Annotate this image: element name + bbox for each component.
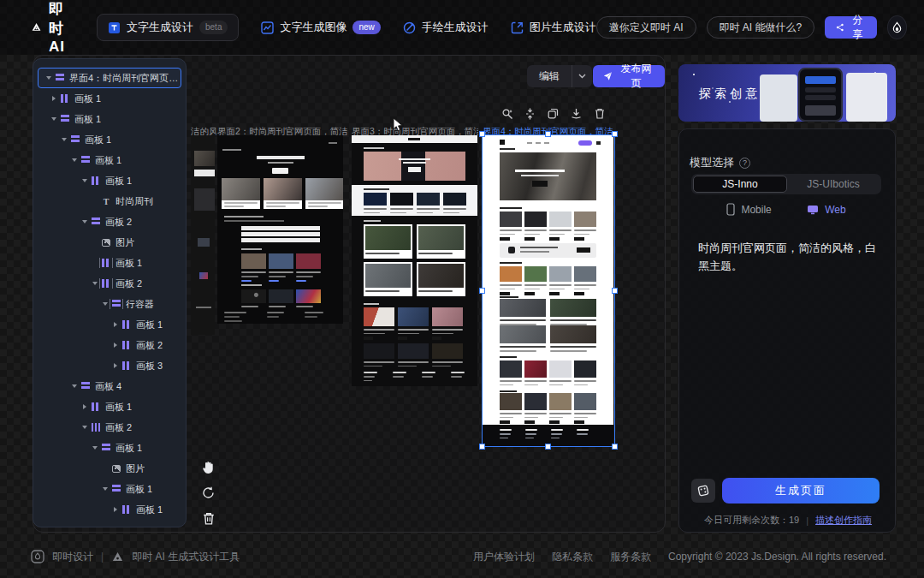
- caret-down-icon[interactable]: [91, 279, 99, 288]
- hand-tool-icon[interactable]: [201, 460, 216, 474]
- layer-label: 画板 1: [85, 134, 111, 146]
- selection-handle-n[interactable]: [545, 131, 551, 137]
- layer-row[interactable]: 画板 1: [33, 253, 186, 273]
- magic-wand-icon[interactable]: [500, 107, 513, 120]
- caret-right-icon[interactable]: [111, 341, 120, 349]
- prompt-text[interactable]: 时尚周刊官网页面，简洁的风格，白黑主题。: [698, 239, 881, 275]
- footer-link-ux[interactable]: 用户体验计划: [473, 550, 535, 564]
- model-option-jsuibotics[interactable]: JS-UIbotics: [787, 176, 880, 193]
- caret-down-icon[interactable]: [80, 423, 89, 432]
- selection-handle-e[interactable]: [612, 288, 618, 294]
- banner-card-right: [846, 73, 887, 122]
- footer-product[interactable]: 即时 AI 生成式设计工具: [132, 550, 240, 564]
- layer-row[interactable]: 画板 1: [33, 170, 186, 191]
- footer-brand[interactable]: 即时设计: [52, 550, 93, 564]
- layer-row[interactable]: 图片: [33, 458, 186, 479]
- layer-row[interactable]: 画板 1: [33, 438, 186, 458]
- layer-label: 时尚周刊: [116, 195, 153, 208]
- caret-down-icon[interactable]: [91, 444, 99, 452]
- frame-1-thumbnail[interactable]: [191, 135, 215, 335]
- caret-right-icon[interactable]: [111, 361, 120, 370]
- nav-item[interactable]: 文字生成图像new: [261, 14, 380, 41]
- nav-item[interactable]: 手绘生成设计: [403, 14, 489, 41]
- layer-label: 图片: [116, 236, 134, 249]
- nav-item[interactable]: 图片生成设计: [511, 14, 596, 41]
- footer-link-privacy[interactable]: 隐私条款: [552, 550, 593, 564]
- selection-handle-s[interactable]: [545, 444, 551, 450]
- layer-row[interactable]: 画板 3: [33, 355, 186, 376]
- layer-row[interactable]: 界面4：时尚周刊官网页面，简…: [38, 68, 181, 88]
- platform-mobile[interactable]: Mobile: [726, 203, 771, 216]
- collapse-vertical-icon[interactable]: [524, 107, 536, 120]
- model-select-row: 模型选择 ?: [690, 155, 750, 170]
- generate-page-button[interactable]: 生成页面: [722, 478, 880, 504]
- history-loop-icon[interactable]: [201, 486, 216, 500]
- layer-row[interactable]: 画板 2: [33, 335, 186, 355]
- caret-right-icon[interactable]: [111, 505, 120, 514]
- caret-down-icon[interactable]: [70, 382, 79, 390]
- trash-tool-icon[interactable]: [201, 511, 216, 526]
- nav-item-label: 图片生成设计: [530, 20, 596, 35]
- platform-web[interactable]: Web: [807, 204, 845, 216]
- layer-label: 画板 1: [126, 483, 152, 496]
- model-option-jsinno[interactable]: JS-Inno: [693, 176, 787, 193]
- caret-right-icon[interactable]: [50, 94, 58, 103]
- edit-dropdown-button[interactable]: [572, 65, 592, 87]
- caret-down-icon[interactable]: [80, 176, 89, 185]
- layer-row[interactable]: 画板 1: [33, 479, 186, 499]
- frame-4-thumbnail[interactable]: [483, 135, 613, 446]
- caret-down-icon[interactable]: [50, 115, 58, 123]
- jsdesign-flame-button[interactable]: [887, 15, 907, 39]
- layer-row[interactable]: 画板 1: [33, 314, 186, 335]
- caret-right-icon[interactable]: [80, 402, 89, 411]
- layer-row[interactable]: 画板 2: [33, 417, 186, 438]
- layer-row[interactable]: 画板 1: [33, 150, 186, 170]
- selection-handle-nw[interactable]: [479, 131, 485, 137]
- frame-2-thumbnail[interactable]: [217, 135, 343, 324]
- image-layer-icon: [112, 465, 121, 473]
- layer-row[interactable]: 画板 2: [33, 212, 186, 232]
- selection-handle-w[interactable]: [479, 288, 485, 294]
- layer-row[interactable]: 画板 1: [33, 129, 186, 150]
- caret-down-icon[interactable]: [60, 135, 68, 144]
- publish-button[interactable]: 发布网页: [593, 65, 665, 87]
- guide-link[interactable]: 描述创作指南: [815, 514, 872, 527]
- layer-row[interactable]: 画板 1: [33, 396, 186, 417]
- layer-row[interactable]: 画板 1: [33, 499, 186, 520]
- main-nav: 文字生成设计beta文字生成图像new手绘生成设计图片生成设计: [97, 14, 596, 41]
- caret-down-icon[interactable]: [44, 74, 53, 82]
- caret-down-icon[interactable]: [80, 217, 89, 226]
- nav-item[interactable]: 文字生成设计beta: [97, 14, 239, 41]
- model-select-label: 模型选择: [690, 155, 734, 170]
- layer-row[interactable]: 画板 1: [33, 109, 186, 129]
- frame-layer-icon: [92, 402, 100, 411]
- selection-handle-ne[interactable]: [612, 131, 618, 137]
- layer-row[interactable]: 画板 1: [33, 88, 186, 109]
- caret-down-icon[interactable]: [101, 485, 110, 493]
- caret-right-icon[interactable]: [111, 320, 120, 329]
- nav-pill-help[interactable]: 即时 AI 能做什么?: [707, 16, 815, 39]
- copy-icon[interactable]: [547, 107, 560, 120]
- app-logo[interactable]: 即时AI: [31, 0, 74, 56]
- layer-row[interactable]: 画板 2: [33, 273, 186, 294]
- layer-label: 画板 2: [105, 216, 132, 229]
- footer-link-terms[interactable]: 服务条款: [610, 550, 651, 564]
- explore-banner[interactable]: 探索创意: [678, 64, 896, 122]
- download-icon[interactable]: [570, 107, 583, 120]
- selection-handle-se[interactable]: [612, 444, 618, 450]
- nav-pill-invite[interactable]: 邀你定义即时 AI: [596, 16, 696, 39]
- frame-3-thumbnail[interactable]: [352, 135, 477, 386]
- layer-row[interactable]: 行容器: [33, 294, 186, 314]
- layer-row[interactable]: 图片: [33, 232, 186, 253]
- layer-row[interactable]: T时尚周刊: [33, 191, 186, 212]
- caret-down-icon[interactable]: [101, 300, 110, 308]
- random-prompt-button[interactable]: [691, 479, 715, 503]
- layer-row[interactable]: 画板 4: [33, 376, 186, 396]
- delete-icon[interactable]: [593, 107, 606, 120]
- selection-handle-sw[interactable]: [479, 444, 485, 450]
- layer-label: 界面4：时尚周刊官网页面，简…: [69, 72, 181, 85]
- share-button[interactable]: 分享: [825, 16, 877, 39]
- help-icon[interactable]: ?: [739, 158, 750, 169]
- edit-button[interactable]: 编辑: [527, 65, 572, 87]
- caret-down-icon[interactable]: [70, 156, 79, 164]
